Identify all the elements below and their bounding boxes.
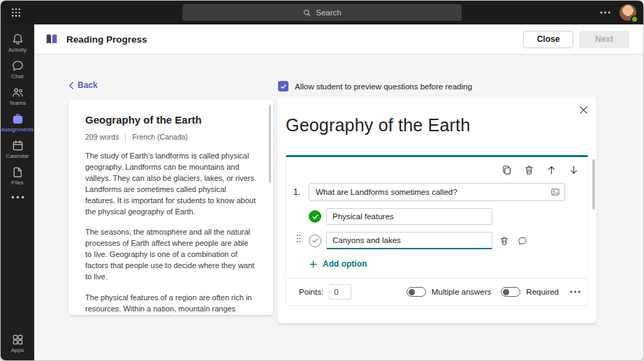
passage-language: French (Canada) bbox=[132, 133, 187, 141]
sidebar-label: Chat bbox=[11, 74, 23, 80]
chat-icon bbox=[11, 59, 24, 73]
answer-option-input[interactable] bbox=[326, 208, 492, 225]
close-button[interactable]: Close bbox=[523, 31, 573, 48]
delete-question-icon[interactable] bbox=[524, 165, 534, 175]
sidebar-item-files[interactable]: Files bbox=[1, 162, 34, 189]
assignments-icon bbox=[11, 112, 24, 126]
reading-progress-icon bbox=[44, 31, 59, 47]
add-option-label: Add option bbox=[323, 259, 367, 269]
chevron-left-icon bbox=[68, 82, 74, 89]
files-icon bbox=[11, 165, 24, 179]
sidebar-item-chat[interactable]: Chat bbox=[1, 56, 34, 82]
teams-window: Search Activity Chat bbox=[0, 0, 644, 361]
meta-divider bbox=[125, 133, 126, 141]
calendar-icon bbox=[11, 139, 24, 152]
close-icon[interactable] bbox=[577, 103, 590, 116]
presence-indicator bbox=[631, 15, 638, 23]
avatar[interactable] bbox=[620, 4, 636, 21]
passage-paragraph: The physical features of a region are of… bbox=[85, 292, 256, 315]
sidebar-label: Activity bbox=[8, 47, 27, 53]
required-toggle[interactable] bbox=[501, 287, 520, 297]
word-count: 209 words bbox=[85, 133, 119, 141]
sidebar: Activity Chat Teams Assignments Calendar bbox=[1, 24, 34, 361]
answer-option-row bbox=[286, 232, 587, 249]
insert-image-icon[interactable] bbox=[550, 187, 560, 197]
option-feedback-icon[interactable] bbox=[518, 236, 527, 246]
question-more-icon[interactable] bbox=[570, 290, 580, 293]
plus-icon bbox=[309, 260, 317, 268]
content: Back Geography of the Earth 209 words Fr… bbox=[34, 54, 644, 361]
passage-paragraph: The study of Earth's landforms is called… bbox=[85, 150, 256, 217]
sidebar-more-icon[interactable] bbox=[1, 189, 34, 205]
reading-passage-card: Geography of the Earth 209 words French … bbox=[68, 100, 273, 315]
topbar-right bbox=[600, 1, 636, 24]
preview-questions-checkbox[interactable]: Allow student to preview questions befor… bbox=[278, 81, 472, 91]
points-label: Points: bbox=[299, 288, 323, 296]
question-block: 1. bbox=[286, 155, 588, 306]
correct-answer-icon[interactable] bbox=[309, 210, 321, 223]
page-title: Reading Progress bbox=[66, 34, 147, 45]
sidebar-label: Files bbox=[11, 180, 23, 186]
search-input[interactable]: Search bbox=[182, 4, 462, 21]
search-icon bbox=[302, 8, 312, 17]
move-down-icon[interactable] bbox=[569, 165, 579, 175]
mark-correct-icon[interactable] bbox=[309, 235, 321, 247]
option-actions bbox=[499, 236, 527, 246]
question-editor-card: Geography of the Earth 1. bbox=[277, 96, 597, 323]
sidebar-item-teams[interactable]: Teams bbox=[1, 82, 34, 109]
passage-title: Geography of the Earth bbox=[85, 114, 256, 126]
points-input[interactable] bbox=[329, 284, 351, 300]
move-up-icon[interactable] bbox=[546, 165, 557, 175]
main-area: Reading Progress Close Next Back Geograp… bbox=[34, 24, 644, 361]
back-label: Back bbox=[78, 80, 98, 90]
quiz-title: Geography of the Earth bbox=[286, 115, 588, 135]
next-button[interactable]: Next bbox=[579, 31, 629, 48]
multiple-answers-toggle[interactable] bbox=[407, 287, 426, 297]
waffle-menu-icon[interactable] bbox=[1, 1, 31, 24]
duplicate-icon[interactable] bbox=[502, 165, 512, 175]
sidebar-item-calendar[interactable]: Calendar bbox=[1, 135, 34, 162]
preview-checkbox-label: Allow student to preview questions befor… bbox=[295, 82, 472, 91]
teams-people-icon bbox=[11, 86, 24, 99]
page-header: Reading Progress Close Next bbox=[34, 24, 644, 54]
sidebar-item-assignments[interactable]: Assignments bbox=[1, 109, 34, 135]
required-label: Required bbox=[526, 288, 559, 296]
sidebar-label: Assignments bbox=[1, 127, 34, 133]
question-toolbar bbox=[286, 157, 587, 177]
sidebar-item-apps[interactable]: Apps bbox=[1, 330, 34, 356]
answer-option-input-focused[interactable] bbox=[326, 232, 492, 249]
topbar: Search bbox=[1, 1, 643, 24]
question-panel-scrollbar[interactable] bbox=[592, 159, 595, 209]
question-footer: Points: Multiple answers Required bbox=[286, 279, 587, 305]
search-placeholder: Search bbox=[316, 8, 341, 17]
sidebar-label: Teams bbox=[9, 101, 26, 106]
apps-icon bbox=[11, 333, 24, 346]
sidebar-item-activity[interactable]: Activity bbox=[1, 29, 34, 56]
passage-paragraph: The seasons, the atmosphere and all the … bbox=[85, 226, 256, 282]
passage-meta: 209 words French (Canada) bbox=[85, 133, 256, 141]
checkbox-checked-icon bbox=[278, 81, 288, 91]
passage-scrollbar[interactable] bbox=[269, 105, 271, 183]
back-link[interactable]: Back bbox=[68, 80, 98, 90]
sidebar-label: Apps bbox=[11, 348, 24, 353]
topbar-more-icon[interactable] bbox=[600, 11, 610, 14]
drag-handle-icon[interactable] bbox=[296, 234, 301, 243]
multiple-answers-label: Multiple answers bbox=[432, 288, 492, 296]
question-number: 1. bbox=[293, 187, 303, 197]
question-row: 1. bbox=[286, 177, 587, 201]
sidebar-label: Calendar bbox=[6, 154, 29, 159]
delete-option-icon[interactable] bbox=[499, 236, 509, 246]
question-text-input[interactable] bbox=[309, 183, 565, 201]
add-option-button[interactable]: Add option bbox=[286, 259, 367, 269]
bell-icon bbox=[11, 33, 24, 46]
answer-option-row bbox=[286, 208, 587, 225]
